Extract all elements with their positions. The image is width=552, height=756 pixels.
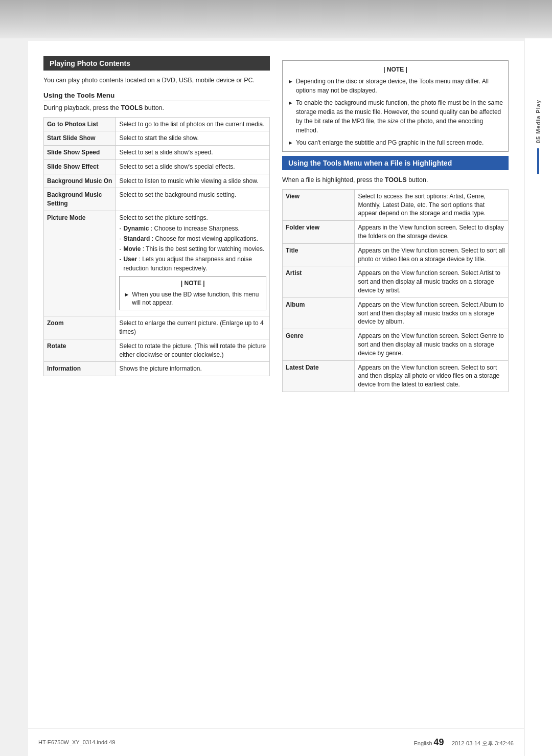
table-row: Album Appears on the View function scree… bbox=[283, 297, 509, 329]
table-row: Latest Date Appears on the View function… bbox=[283, 360, 509, 392]
table-key: Background Music On bbox=[44, 174, 116, 188]
sub-item-user: - User : Lets you adjust the sharpness a… bbox=[119, 255, 266, 273]
footer-date: 2012-03-14 오후 3:42:46 bbox=[452, 740, 514, 746]
table-key: Picture Mode bbox=[44, 211, 116, 316]
table-value: Select to set the background music setti… bbox=[116, 188, 270, 211]
side-label: 05 Media Play bbox=[535, 100, 541, 174]
left-instruction: During playback, press the TOOLS button. bbox=[43, 103, 270, 113]
note-title: | NOTE | bbox=[124, 279, 262, 288]
sub-item-dynamic: - Dynamic : Choose to increase Sharpness… bbox=[119, 224, 266, 233]
table-value: Select to go to the list of photos on th… bbox=[116, 117, 270, 131]
table-row: View Select to access the sort options: … bbox=[283, 189, 509, 220]
note-item-3: ► You can't enlarge the subtitle and PG … bbox=[288, 138, 503, 147]
table-value: Appears on the View function screen. Sel… bbox=[355, 329, 509, 360]
page-content: Playing Photo Contents You can play phot… bbox=[28, 41, 524, 728]
table-value: Select to set a slide show's speed. bbox=[116, 146, 270, 160]
table-value: Select to enlarge the current picture. (… bbox=[116, 316, 270, 339]
right-notes-box: | NOTE | ► Depending on the disc or stor… bbox=[282, 60, 509, 152]
table-key: Slide Show Effect bbox=[44, 159, 116, 174]
table-value: Select to start the slide show. bbox=[116, 131, 270, 146]
top-decorative-bar bbox=[0, 0, 552, 38]
right-note-title: | NOTE | bbox=[288, 65, 503, 74]
table-row: Title Appears on the View function scree… bbox=[283, 243, 509, 266]
table-value: Select to rotate the picture. (This will… bbox=[116, 339, 270, 362]
table-row: Background Music On Select to listen to … bbox=[44, 174, 270, 188]
right-column: | NOTE | ► Depending on the disc or stor… bbox=[282, 56, 509, 707]
note-item-2: ► To enable the background music functio… bbox=[288, 98, 503, 135]
table-value-picture-mode: Select to set the picture settings. - Dy… bbox=[116, 211, 270, 316]
table-row: Slide Show Effect Select to set a slide … bbox=[44, 159, 270, 174]
footer-filename: HT-E6750W_XY_0314.indd 49 bbox=[38, 739, 115, 745]
left-section-header: Playing Photo Contents bbox=[43, 56, 270, 71]
table-key: Slide Show Speed bbox=[44, 146, 116, 160]
page-footer: HT-E6750W_XY_0314.indd 49 English 49 201… bbox=[28, 728, 524, 756]
table-value: Select to listen to music while viewing … bbox=[116, 174, 270, 188]
table-key: Rotate bbox=[44, 339, 116, 362]
table-row: Zoom Select to enlarge the current pictu… bbox=[44, 316, 270, 339]
table-key: Start Slide Show bbox=[44, 131, 116, 146]
table-row: Go to Photos List Select to go to the li… bbox=[44, 117, 270, 131]
table-key: Go to Photos List bbox=[44, 117, 116, 131]
table-key: Latest Date bbox=[283, 360, 355, 392]
table-row: Start Slide Show Select to start the sli… bbox=[44, 131, 270, 146]
table-key: Artist bbox=[283, 266, 355, 297]
table-value: Appears on the View function screen. Sel… bbox=[355, 266, 509, 297]
table-value: Select to set a slide show's special eff… bbox=[116, 159, 270, 174]
table-value: Appears on the View function screen. Sel… bbox=[355, 243, 509, 266]
table-value: Shows the picture information. bbox=[116, 362, 270, 376]
footer-right: English 49 2012-03-14 오후 3:42:46 bbox=[413, 737, 514, 748]
left-column: Playing Photo Contents You can play phot… bbox=[43, 56, 270, 707]
table-row: Rotate Select to rotate the picture. (Th… bbox=[44, 339, 270, 362]
left-intro-text: You can play photo contents located on a… bbox=[43, 76, 270, 85]
table-key: Folder view bbox=[283, 221, 355, 244]
table-value: Appears in the View function screen. Sel… bbox=[355, 221, 509, 244]
picture-mode-subitems: - Dynamic : Choose to increase Sharpness… bbox=[119, 224, 266, 273]
language-label: English bbox=[413, 740, 433, 746]
right-sidebar: 05 Media Play bbox=[524, 38, 552, 756]
table-value: Appears on the View function screen. Sel… bbox=[355, 297, 509, 329]
note-item-1: ► Depending on the disc or storage devic… bbox=[288, 77, 503, 95]
table-value: Select to access the sort options: Artis… bbox=[355, 189, 509, 220]
right-table: View Select to access the sort options: … bbox=[282, 189, 509, 392]
sub-item-movie: - Movie : This is the best setting for w… bbox=[119, 244, 266, 254]
table-row: Slide Show Speed Select to set a slide s… bbox=[44, 146, 270, 160]
sub-item-standard: - Standard : Choose for most viewing app… bbox=[119, 234, 266, 243]
right-instruction: When a file is highlighted, press the TO… bbox=[282, 175, 509, 185]
picture-mode-note: | NOTE | ► When you use the BD wise func… bbox=[119, 276, 266, 310]
table-key: View bbox=[283, 189, 355, 220]
table-key: Album bbox=[283, 297, 355, 329]
table-key: Title bbox=[283, 243, 355, 266]
note-item: ► When you use the BD wise function, thi… bbox=[124, 290, 262, 308]
table-key: Information bbox=[44, 362, 116, 376]
table-key: Genre bbox=[283, 329, 355, 360]
table-value: Appears on the View function screen. Sel… bbox=[355, 360, 509, 392]
two-column-layout: Playing Photo Contents You can play phot… bbox=[43, 56, 509, 707]
table-row: Genre Appears on the View function scree… bbox=[283, 329, 509, 360]
page-number: 49 bbox=[434, 737, 444, 747]
table-row: Folder view Appears in the View function… bbox=[283, 221, 509, 244]
table-key: Zoom bbox=[44, 316, 116, 339]
left-table: Go to Photos List Select to go to the li… bbox=[43, 117, 270, 377]
table-key: Background Music Setting bbox=[44, 188, 116, 211]
subsection-title: Using the Tools Menu bbox=[43, 91, 270, 101]
table-row: Artist Appears on the View function scre… bbox=[283, 266, 509, 297]
table-row: Information Shows the picture informatio… bbox=[44, 362, 270, 376]
table-row: Background Music Setting Select to set t… bbox=[44, 188, 270, 211]
table-row-picture-mode: Picture Mode Select to set the picture s… bbox=[44, 211, 270, 316]
side-accent bbox=[537, 148, 539, 174]
right-section-header: Using the Tools Menu when a File is High… bbox=[282, 156, 509, 170]
